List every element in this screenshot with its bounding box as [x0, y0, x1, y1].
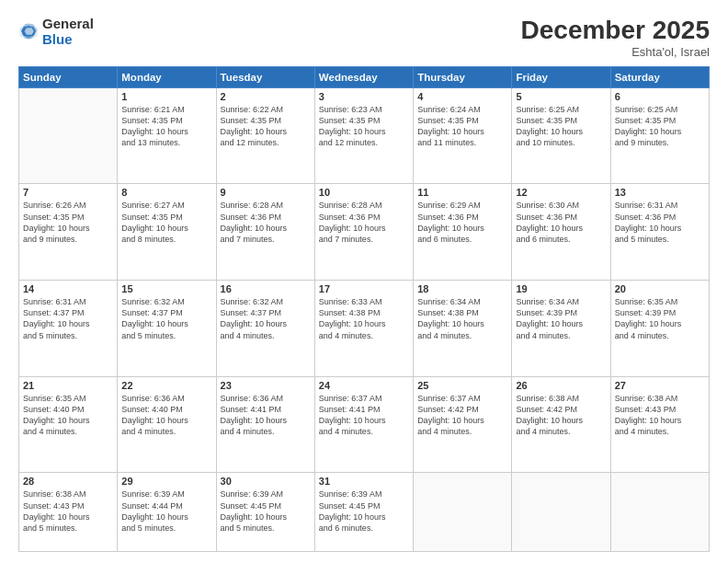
table-row: 24Sunrise: 6:37 AM Sunset: 4:41 PM Dayli… [314, 376, 413, 473]
day-info: Sunrise: 6:32 AM Sunset: 4:37 PM Dayligh… [221, 296, 311, 341]
logo-text: General Blue [42, 17, 94, 47]
table-row: 17Sunrise: 6:33 AM Sunset: 4:38 PM Dayli… [314, 281, 413, 377]
table-row: 30Sunrise: 6:39 AM Sunset: 4:45 PM Dayli… [216, 473, 314, 552]
day-info: Sunrise: 6:37 AM Sunset: 4:42 PM Dayligh… [417, 393, 507, 438]
day-info: Sunrise: 6:22 AM Sunset: 4:35 PM Dayligh… [221, 104, 311, 149]
day-number: 11 [417, 187, 507, 198]
table-row: 9Sunrise: 6:28 AM Sunset: 4:36 PM Daylig… [216, 184, 314, 281]
day-info: Sunrise: 6:32 AM Sunset: 4:37 PM Dayligh… [121, 296, 211, 341]
day-info: Sunrise: 6:21 AM Sunset: 4:35 PM Dayligh… [121, 104, 211, 149]
day-number: 15 [121, 283, 211, 294]
day-number: 30 [221, 476, 311, 487]
table-row [414, 473, 512, 552]
day-number: 16 [221, 283, 311, 294]
col-monday: Monday [118, 66, 216, 87]
day-info: Sunrise: 6:35 AM Sunset: 4:40 PM Dayligh… [23, 393, 113, 438]
day-number: 1 [121, 91, 211, 102]
day-number: 18 [417, 283, 507, 294]
day-number: 2 [221, 91, 311, 102]
table-row [512, 473, 610, 552]
col-saturday: Saturday [610, 66, 709, 87]
col-sunday: Sunday [19, 66, 118, 87]
table-row: 19Sunrise: 6:34 AM Sunset: 4:39 PM Dayli… [512, 281, 610, 377]
day-info: Sunrise: 6:27 AM Sunset: 4:35 PM Dayligh… [121, 200, 211, 245]
calendar-week-row: 7Sunrise: 6:26 AM Sunset: 4:35 PM Daylig… [19, 184, 710, 281]
col-friday: Friday [512, 66, 610, 87]
day-number: 19 [516, 283, 606, 294]
table-row: 23Sunrise: 6:36 AM Sunset: 4:41 PM Dayli… [216, 376, 314, 473]
table-row [610, 473, 709, 552]
table-row [19, 87, 118, 184]
day-info: Sunrise: 6:34 AM Sunset: 4:39 PM Dayligh… [516, 296, 606, 341]
table-row: 14Sunrise: 6:31 AM Sunset: 4:37 PM Dayli… [19, 281, 118, 377]
day-info: Sunrise: 6:36 AM Sunset: 4:41 PM Dayligh… [221, 393, 311, 438]
table-row: 7Sunrise: 6:26 AM Sunset: 4:35 PM Daylig… [19, 184, 118, 281]
day-info: Sunrise: 6:33 AM Sunset: 4:38 PM Dayligh… [319, 296, 409, 341]
table-row: 10Sunrise: 6:28 AM Sunset: 4:36 PM Dayli… [314, 184, 413, 281]
day-number: 3 [319, 91, 409, 102]
table-row: 2Sunrise: 6:22 AM Sunset: 4:35 PM Daylig… [216, 87, 314, 184]
table-row: 5Sunrise: 6:25 AM Sunset: 4:35 PM Daylig… [512, 87, 610, 184]
table-row: 20Sunrise: 6:35 AM Sunset: 4:39 PM Dayli… [610, 281, 709, 377]
table-row: 4Sunrise: 6:24 AM Sunset: 4:35 PM Daylig… [414, 87, 512, 184]
col-tuesday: Tuesday [216, 66, 314, 87]
day-number: 6 [615, 91, 705, 102]
col-wednesday: Wednesday [314, 66, 413, 87]
day-number: 14 [23, 283, 113, 294]
day-number: 26 [516, 380, 606, 391]
day-info: Sunrise: 6:31 AM Sunset: 4:37 PM Dayligh… [23, 296, 113, 341]
day-number: 9 [221, 187, 311, 198]
calendar-week-row: 1Sunrise: 6:21 AM Sunset: 4:35 PM Daylig… [19, 87, 710, 184]
table-row: 16Sunrise: 6:32 AM Sunset: 4:37 PM Dayli… [216, 281, 314, 377]
calendar-week-row: 21Sunrise: 6:35 AM Sunset: 4:40 PM Dayli… [19, 376, 710, 473]
day-number: 17 [319, 283, 409, 294]
day-number: 23 [221, 380, 311, 391]
day-number: 21 [23, 380, 113, 391]
header: General Blue December 2025 Eshta'ol, Isr… [18, 17, 710, 59]
table-row: 15Sunrise: 6:32 AM Sunset: 4:37 PM Dayli… [118, 281, 216, 377]
day-number: 29 [121, 476, 211, 487]
day-number: 12 [516, 187, 606, 198]
day-number: 4 [417, 91, 507, 102]
location-subtitle: Eshta'ol, Israel [521, 45, 710, 59]
table-row: 26Sunrise: 6:38 AM Sunset: 4:42 PM Dayli… [512, 376, 610, 473]
table-row: 3Sunrise: 6:23 AM Sunset: 4:35 PM Daylig… [314, 87, 413, 184]
day-info: Sunrise: 6:29 AM Sunset: 4:36 PM Dayligh… [417, 200, 507, 245]
table-row: 25Sunrise: 6:37 AM Sunset: 4:42 PM Dayli… [414, 376, 512, 473]
logo-general-text: General [42, 17, 94, 32]
table-row: 18Sunrise: 6:34 AM Sunset: 4:38 PM Dayli… [414, 281, 512, 377]
day-info: Sunrise: 6:38 AM Sunset: 4:43 PM Dayligh… [615, 393, 705, 438]
table-row: 29Sunrise: 6:39 AM Sunset: 4:44 PM Dayli… [118, 473, 216, 552]
table-row: 27Sunrise: 6:38 AM Sunset: 4:43 PM Dayli… [610, 376, 709, 473]
calendar-header-row: Sunday Monday Tuesday Wednesday Thursday… [19, 66, 710, 87]
calendar-week-row: 28Sunrise: 6:38 AM Sunset: 4:43 PM Dayli… [19, 473, 710, 552]
day-info: Sunrise: 6:35 AM Sunset: 4:39 PM Dayligh… [615, 296, 705, 341]
day-info: Sunrise: 6:39 AM Sunset: 4:45 PM Dayligh… [221, 488, 311, 534]
day-info: Sunrise: 6:39 AM Sunset: 4:45 PM Dayligh… [319, 488, 409, 534]
day-info: Sunrise: 6:28 AM Sunset: 4:36 PM Dayligh… [319, 200, 409, 245]
calendar-week-row: 14Sunrise: 6:31 AM Sunset: 4:37 PM Dayli… [19, 281, 710, 377]
day-number: 7 [23, 187, 113, 198]
table-row: 8Sunrise: 6:27 AM Sunset: 4:35 PM Daylig… [118, 184, 216, 281]
day-info: Sunrise: 6:36 AM Sunset: 4:40 PM Dayligh… [121, 393, 211, 438]
day-info: Sunrise: 6:37 AM Sunset: 4:41 PM Dayligh… [319, 393, 409, 438]
day-info: Sunrise: 6:28 AM Sunset: 4:36 PM Dayligh… [221, 200, 311, 245]
day-info: Sunrise: 6:31 AM Sunset: 4:36 PM Dayligh… [615, 200, 705, 245]
table-row: 11Sunrise: 6:29 AM Sunset: 4:36 PM Dayli… [414, 184, 512, 281]
day-number: 31 [319, 476, 409, 487]
logo: General Blue [18, 17, 94, 47]
day-number: 10 [319, 187, 409, 198]
day-number: 27 [615, 380, 705, 391]
col-thursday: Thursday [414, 66, 512, 87]
month-title: December 2025 [521, 17, 710, 45]
day-number: 20 [615, 283, 705, 294]
day-number: 22 [121, 380, 211, 391]
table-row: 22Sunrise: 6:36 AM Sunset: 4:40 PM Dayli… [118, 376, 216, 473]
table-row: 6Sunrise: 6:25 AM Sunset: 4:35 PM Daylig… [610, 87, 709, 184]
day-info: Sunrise: 6:26 AM Sunset: 4:35 PM Dayligh… [23, 200, 113, 245]
logo-blue-text: Blue [42, 32, 94, 48]
day-number: 25 [417, 380, 507, 391]
day-info: Sunrise: 6:34 AM Sunset: 4:38 PM Dayligh… [417, 296, 507, 341]
title-block: December 2025 Eshta'ol, Israel [521, 17, 710, 59]
day-info: Sunrise: 6:23 AM Sunset: 4:35 PM Dayligh… [319, 104, 409, 149]
